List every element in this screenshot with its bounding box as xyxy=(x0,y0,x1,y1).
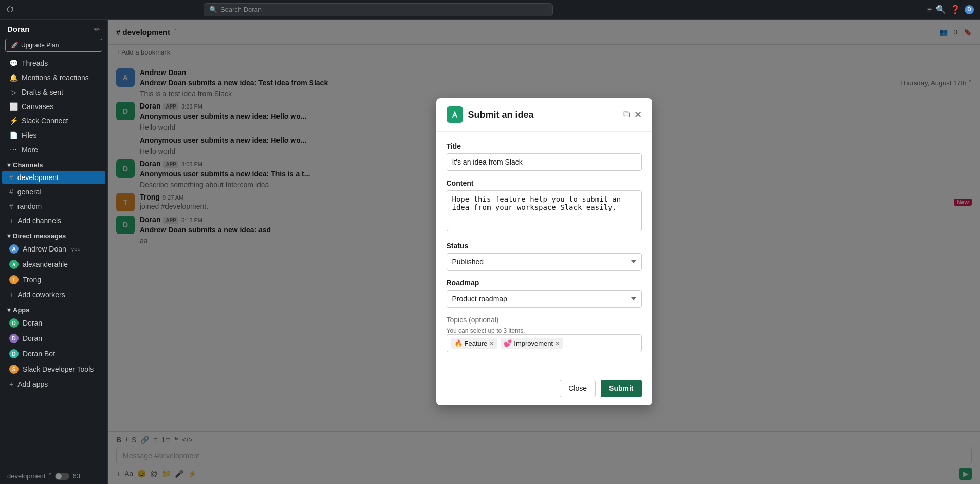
add-apps-item[interactable]: + Add apps xyxy=(2,378,105,391)
modal-body: Title Content Hope this feature help you… xyxy=(436,132,652,371)
sidebar-item-canvases[interactable]: ⬜ Canvases xyxy=(2,100,105,113)
you-badge: you xyxy=(71,246,81,252)
list-item: 🔥 Feature ✕ xyxy=(451,338,498,349)
search-icon2[interactable]: 🔍 xyxy=(936,5,946,14)
doran-app2-label: Doran xyxy=(23,334,42,343)
improvement-remove-button[interactable]: ✕ xyxy=(555,340,560,347)
help-icon[interactable]: ❓ xyxy=(950,5,960,14)
sidebar-item-drafts[interactable]: ▷ Drafts & sent xyxy=(2,85,105,99)
close-button[interactable]: Close xyxy=(560,380,596,397)
topics-field: Topics (optional) You can select up to 3… xyxy=(447,316,642,352)
dm-chevron: ▾ xyxy=(7,232,11,240)
dm-header-label: Direct messages xyxy=(13,232,66,240)
search-bar[interactable]: 🔍 Search Doran xyxy=(204,3,553,16)
random-label: random xyxy=(17,202,42,210)
add-coworkers-item[interactable]: + Add coworkers xyxy=(2,288,105,301)
sidebar-item-threads[interactable]: 💬 Threads xyxy=(2,57,105,70)
drafts-label: Drafts & sent xyxy=(22,88,63,96)
main-layout: Doran ✏ 🚀 Upgrade Plan 💬 Threads 🔔 Menti… xyxy=(0,20,980,484)
andrew-avatar: A xyxy=(9,244,19,254)
modal-logo xyxy=(447,106,463,123)
modal-title: Submit an idea xyxy=(468,110,618,120)
history-icon[interactable]: ⏱ xyxy=(6,5,14,14)
channels-chevron: ▾ xyxy=(7,161,11,169)
title-label: Title xyxy=(447,142,642,150)
status-select[interactable]: Published Draft Archived xyxy=(447,253,642,271)
sidebar-item-slack-connect[interactable]: ⚡ Slack Connect xyxy=(2,114,105,128)
upgrade-button[interactable]: 🚀 Upgrade Plan xyxy=(5,39,102,52)
workspace-name[interactable]: Doran xyxy=(7,25,29,33)
sidebar-item-doran-bot[interactable]: D Doran Bot xyxy=(2,347,105,361)
general-label: general xyxy=(17,188,42,196)
improvement-label: Improvement xyxy=(514,339,553,347)
sidebar-bottom: development ˅ 63 xyxy=(0,468,107,484)
content-textarea[interactable]: Hope this feature help you to submit an … xyxy=(447,190,642,231)
content-label: Content xyxy=(447,179,642,187)
development-label: development xyxy=(17,173,59,182)
add-channels-icon: + xyxy=(9,217,13,225)
channels-header-label: Channels xyxy=(13,161,43,169)
submit-button[interactable]: Submit xyxy=(601,380,641,397)
dm-section-header[interactable]: ▾ Direct messages xyxy=(0,228,107,241)
sidebar-item-files[interactable]: 📄 Files xyxy=(2,129,105,142)
improvement-emoji: 💕 xyxy=(504,339,512,347)
close-icon[interactable]: ✕ xyxy=(634,109,642,120)
sidebar-item-mentions[interactable]: 🔔 Mentions & reactions xyxy=(2,71,105,84)
edit-icon[interactable]: ✏ xyxy=(94,25,100,33)
alex-avatar: a xyxy=(9,260,19,269)
modal-header-icons: ⧉ ✕ xyxy=(623,109,642,120)
roadmap-select[interactable]: Product roadmap Technical roadmap xyxy=(447,290,642,308)
doran-app-label: Doran xyxy=(23,319,42,327)
channel-area: # development ˅ 👥 3 🔖 + Add a bookmark A… xyxy=(108,20,980,484)
feature-remove-button[interactable]: ✕ xyxy=(489,340,494,347)
topics-input[interactable]: 🔥 Feature ✕ 💕 Improvement ✕ xyxy=(447,334,642,352)
sidebar-item-development[interactable]: # development xyxy=(2,171,105,184)
add-apps-label: Add apps xyxy=(17,380,48,388)
topics-optional: (optional) xyxy=(469,316,498,324)
apps-header-label: Apps xyxy=(13,306,30,314)
files-label: Files xyxy=(22,131,37,139)
hash-icon: # xyxy=(9,202,13,210)
sidebar-item-trong[interactable]: T Trong xyxy=(2,273,105,287)
status-toggle-control[interactable] xyxy=(55,473,69,480)
sidebar-item-andrew[interactable]: A Andrew Doan you xyxy=(2,242,105,256)
upgrade-icon: 🚀 xyxy=(11,42,19,49)
apps-chevron: ▾ xyxy=(7,306,11,314)
roadmap-label: Roadmap xyxy=(447,279,642,287)
threads-label: Threads xyxy=(22,59,48,67)
doran-app2-avatar: D xyxy=(9,334,19,343)
status-field: Status Published Draft Archived xyxy=(447,242,642,271)
sidebar-item-general[interactable]: # general xyxy=(2,185,105,199)
expand-icon[interactable]: ⧉ xyxy=(623,109,630,120)
add-coworkers-label: Add coworkers xyxy=(17,291,65,299)
title-input[interactable] xyxy=(447,153,642,171)
sidebar-item-doran-app[interactable]: D Doran xyxy=(2,316,105,330)
modal-overlay: Submit an idea ⧉ ✕ Title Content Hope th… xyxy=(108,20,980,484)
sidebar-item-doran-app2[interactable]: D Doran xyxy=(2,331,105,346)
sidebar-item-slack-dev[interactable]: S Slack Developer Tools xyxy=(2,362,105,377)
trong-avatar: T xyxy=(9,275,19,284)
status-toggle[interactable]: development ˅ 63 xyxy=(7,472,100,480)
more-icon: ⋯ xyxy=(9,146,17,154)
sidebar-item-more[interactable]: ⋯ More xyxy=(2,143,105,156)
modal-header: Submit an idea ⧉ ✕ xyxy=(436,98,652,132)
topics-hint: You can select up to 3 items. xyxy=(447,327,642,334)
slack-dev-label: Slack Developer Tools xyxy=(23,365,94,373)
canvases-label: Canvases xyxy=(22,102,53,111)
status-label: Status xyxy=(447,242,642,250)
channels-section-header[interactable]: ▾ Channels xyxy=(0,157,107,170)
user-avatar[interactable]: D xyxy=(965,5,974,14)
drafts-icon: ▷ xyxy=(9,88,17,96)
hash-icon: # xyxy=(9,188,13,196)
list-item: 💕 Improvement ✕ xyxy=(501,338,563,349)
sidebar-item-alex[interactable]: a alexanderahle xyxy=(2,257,105,272)
upgrade-label: Upgrade Plan xyxy=(21,42,59,49)
apps-section-header[interactable]: ▾ Apps xyxy=(0,302,107,315)
add-channels-item[interactable]: + Add channels xyxy=(2,214,105,227)
sidebar-item-random[interactable]: # random xyxy=(2,200,105,213)
slack-dev-avatar: S xyxy=(9,365,19,374)
topics-label: Topics (optional) xyxy=(447,316,642,324)
add-coworkers-icon: + xyxy=(9,291,13,299)
filter-icon[interactable]: ≡ xyxy=(927,5,932,14)
mentions-label: Mentions & reactions xyxy=(22,74,89,82)
